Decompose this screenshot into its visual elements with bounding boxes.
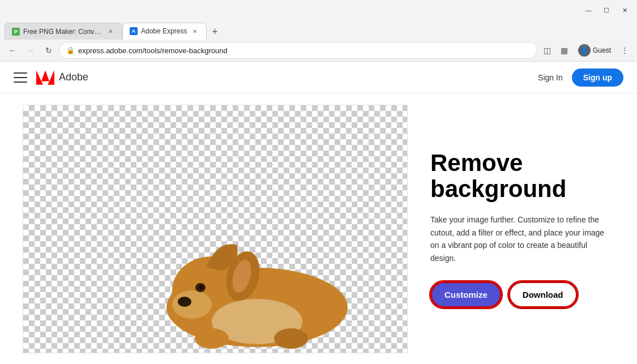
browser-chrome: — ☐ ✕ P Free PNG Maker: Convert a JP... … xyxy=(0,0,637,62)
adobe-header: Adobe Sign In Sign up xyxy=(0,62,637,93)
close-button[interactable]: ✕ xyxy=(617,4,632,16)
page-content: Adobe Sign In Sign up xyxy=(0,62,637,364)
svg-marker-1 xyxy=(48,70,54,85)
title-line1: Remove xyxy=(430,149,523,176)
customize-button[interactable]: Customize xyxy=(430,281,502,308)
sign-in-button[interactable]: Sign In xyxy=(529,68,572,87)
split-screen-button[interactable]: ▦ xyxy=(557,42,572,58)
forward-button[interactable]: → xyxy=(23,42,39,58)
profile-icon: 👤 xyxy=(578,44,591,57)
download-button[interactable]: Download xyxy=(508,281,578,308)
svg-point-5 xyxy=(172,290,212,319)
tab-png-label: Free PNG Maker: Convert a JP... xyxy=(23,28,102,36)
back-button[interactable]: ← xyxy=(5,42,20,58)
maximize-button[interactable]: ☐ xyxy=(598,4,614,16)
page-title: Remove background xyxy=(430,150,614,202)
title-line2: background xyxy=(430,175,566,202)
adobe-logo-text: Adobe xyxy=(59,71,88,83)
tab-adobe-label: Adobe Express xyxy=(141,27,187,35)
tab-png-close[interactable]: ✕ xyxy=(106,27,115,36)
tab-png[interactable]: P Free PNG Maker: Convert a JP... ✕ xyxy=(5,23,122,40)
reload-button[interactable]: ↻ xyxy=(41,42,57,58)
address-bar-row: ← → ↻ 🔒 express.adobe.com/tools/remove-b… xyxy=(0,40,637,61)
menu-button[interactable]: ⋮ xyxy=(617,42,632,58)
adobe-logo[interactable]: Adobe xyxy=(36,70,88,85)
svg-point-11 xyxy=(195,328,229,349)
url-text: express.adobe.com/tools/remove-backgroun… xyxy=(78,46,530,55)
action-buttons: Customize Download xyxy=(430,281,614,308)
browser-actions: ◫ ▦ 👤 Guest ⋮ xyxy=(540,42,632,58)
svg-point-12 xyxy=(274,328,308,349)
tab-adobe-close[interactable]: ✕ xyxy=(190,27,199,36)
image-canvas xyxy=(23,105,408,353)
cast-button[interactable]: ◫ xyxy=(540,42,555,58)
profile-button[interactable]: 👤 Guest xyxy=(574,43,615,58)
svg-point-8 xyxy=(199,285,203,289)
svg-marker-2 xyxy=(41,70,49,81)
page-description: Take your image further. Customize to re… xyxy=(430,213,614,264)
svg-marker-0 xyxy=(36,70,43,85)
minimize-button[interactable]: — xyxy=(580,4,596,16)
lock-icon: 🔒 xyxy=(66,46,75,54)
hamburger-menu[interactable] xyxy=(14,72,27,83)
tab-png-icon: P xyxy=(12,28,20,36)
right-panel: Remove background Take your image furthe… xyxy=(430,105,614,353)
tabs-bar: P Free PNG Maker: Convert a JP... ✕ A Ad… xyxy=(0,20,637,40)
adobe-logo-icon xyxy=(36,70,54,85)
new-tab-button[interactable]: + xyxy=(207,24,223,40)
profile-label: Guest xyxy=(593,46,611,54)
title-bar: — ☐ ✕ xyxy=(0,0,637,20)
tab-adobe-icon: A xyxy=(130,27,138,35)
window-controls: — ☐ ✕ xyxy=(580,4,632,16)
tab-adobe[interactable]: A Adobe Express ✕ xyxy=(122,23,207,40)
sign-up-button[interactable]: Sign up xyxy=(572,68,623,87)
svg-point-6 xyxy=(178,297,191,307)
main-area: Remove background Take your image furthe… xyxy=(0,93,637,364)
dog-image xyxy=(144,177,382,353)
address-bar[interactable]: 🔒 express.adobe.com/tools/remove-backgro… xyxy=(59,42,537,59)
